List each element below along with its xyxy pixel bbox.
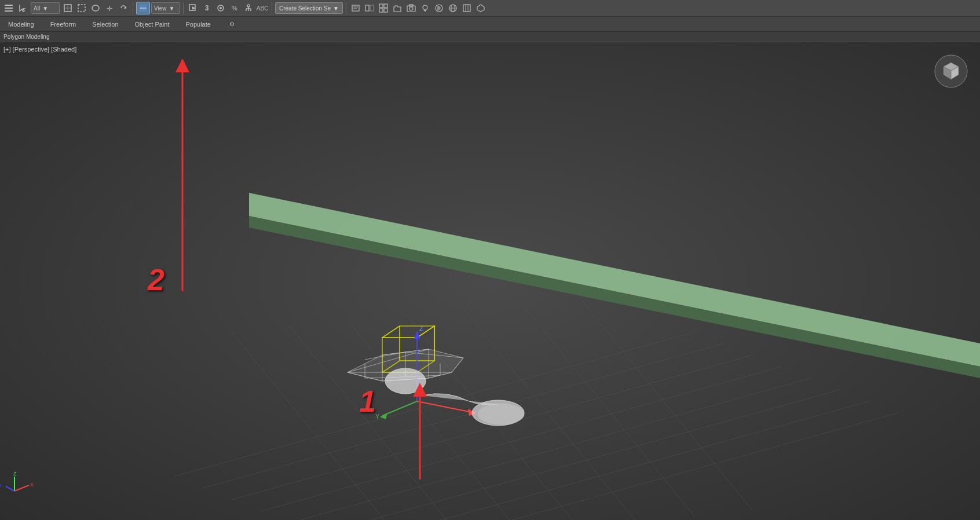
svg-line-93 [14,485,29,491]
green-beam-side [249,216,980,378]
num-label: 3 [205,4,209,12]
svg-line-79 [382,326,400,338]
svg-text:X: X [30,482,34,488]
menu-icon-btn[interactable] [2,2,15,14]
svg-line-50 [348,401,869,520]
select-obj-btn[interactable] [61,2,74,14]
select-icon-btn[interactable] [16,2,29,14]
sub-header: Polygon Modeling [0,32,980,42]
named-sel-btn[interactable] [349,2,362,14]
svg-rect-0 [5,5,13,6]
svg-rect-23 [365,5,369,11]
x-axis [417,401,475,413]
filter-dropdown[interactable]: All ▼ [31,2,60,14]
svg-marker-85 [414,331,420,339]
svg-line-57 [521,303,695,517]
svg-rect-26 [379,4,383,8]
mode-btn-active[interactable] [136,2,150,14]
svg-line-45 [203,343,724,488]
svg-marker-87 [380,413,387,419]
right-tools-group [349,2,487,14]
open-btn[interactable] [391,2,404,14]
svg-point-15 [247,5,250,7]
svg-rect-24 [370,5,374,11]
select-region-btn[interactable] [75,2,88,14]
selection-set-chevron: ▼ [333,5,339,12]
svg-marker-77 [382,326,434,338]
array-btn[interactable] [377,2,390,14]
svg-rect-29 [384,9,387,12]
toolbar-area: All ▼ ✛ [0,0,980,32]
svg-text:Z: Z [419,325,423,332]
svg-rect-20 [352,5,359,11]
select-lasso-btn[interactable] [89,2,102,14]
camera-btn[interactable] [405,2,418,14]
text-btn[interactable]: ABC [256,2,269,14]
svg-point-33 [423,5,427,10]
move-btn[interactable]: ✛ [103,2,116,14]
left-toolbar-group [2,2,29,14]
svg-point-7 [92,5,99,11]
svg-line-58 [579,297,753,511]
mirror-btn[interactable] [363,2,376,14]
menu-bar: Modeling Freeform Selection Object Paint… [0,17,980,31]
svg-line-51 [376,413,898,520]
svg-point-14 [220,7,222,9]
material-btn[interactable] [447,2,459,14]
select-tools-group: ✛ [61,2,130,14]
svg-rect-40 [463,5,470,12]
filter-chevron: ▼ [42,5,48,12]
svg-rect-1 [5,8,13,9]
svg-rect-27 [384,4,387,8]
sep1 [133,2,133,14]
menu-selection[interactable]: Selection [89,20,122,29]
svg-marker-43 [477,5,484,12]
snap-btn[interactable] [214,2,227,14]
extra2-btn[interactable] [474,2,487,14]
svg-line-46 [232,355,753,500]
mode-group: View ▼ [136,2,180,14]
menu-populate[interactable]: Populate [182,20,214,29]
render-btn[interactable] [187,2,199,14]
svg-line-95 [6,486,14,491]
selection-set-dropdown[interactable]: Create Selection Se ▼ [275,2,343,14]
extra-tools-group: 3 % ABC [187,2,269,14]
extra-menu-btn[interactable]: ⚙ [226,18,239,31]
percent-btn[interactable]: % [228,2,241,14]
sep3 [272,2,272,14]
sep2 [183,2,184,14]
view-chevron: ▼ [169,5,175,12]
view-label: View [154,5,167,12]
svg-point-91 [478,404,524,424]
anchor-btn[interactable] [242,2,255,14]
svg-text:Y: Y [0,483,2,489]
axis-indicator: X Z Y [0,471,34,491]
selection-set-label: Create Selection Se [279,5,331,12]
toolbar-row1: All ▼ ✛ [0,0,980,17]
sep4 [346,2,346,14]
menu-modeling[interactable]: Modeling [5,20,38,29]
menu-freeform[interactable]: Freeform [47,20,80,29]
viewport-gizmo[interactable] [934,54,968,89]
render2-btn[interactable] [433,2,445,14]
svg-point-31 [409,7,413,10]
view-dropdown[interactable]: View ▼ [151,2,180,14]
svg-rect-2 [5,10,13,12]
sub-header-label: Polygon Modeling [3,34,50,40]
svg-text:Y: Y [375,413,380,420]
svg-line-48 [290,378,811,520]
extra1-btn[interactable] [460,2,473,14]
menu-object-paint[interactable]: Object Paint [131,20,173,29]
rotate-btn[interactable] [117,2,130,14]
svg-rect-28 [379,9,383,12]
viewport[interactable]: [+] [Perspective] [Shaded] [0,42,980,520]
svg-rect-6 [78,5,85,12]
num-btn[interactable]: 3 [200,2,213,14]
light-btn[interactable] [419,2,432,14]
svg-text:Z: Z [13,471,17,477]
filter-label: All [34,5,40,12]
y-axis [382,401,417,416]
scene-svg: Z Y X Z Y [0,42,980,520]
svg-text:✛: ✛ [107,5,112,13]
svg-line-47 [261,367,782,511]
